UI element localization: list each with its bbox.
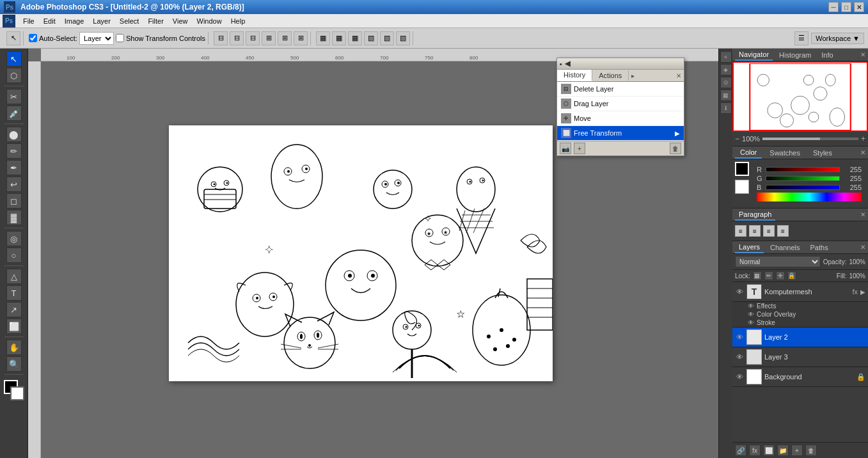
- fg-color-swatch[interactable]: [735, 162, 749, 176]
- blur-tool-btn[interactable]: ◎: [6, 231, 22, 246]
- tool-preset-btn[interactable]: ◈: [720, 64, 732, 75]
- close-button[interactable]: ✕: [854, 2, 864, 12]
- tab-histogram[interactable]: Histogram: [775, 50, 815, 60]
- tab-color[interactable]: Color: [735, 147, 762, 159]
- layer-item-layer2[interactable]: 👁 Layer 2: [732, 328, 868, 347]
- layer-link-btn[interactable]: 🔗: [735, 445, 746, 456]
- tab-info[interactable]: Info: [817, 50, 837, 60]
- align-middle-btn[interactable]: ⊞: [278, 31, 292, 45]
- dist-top-btn[interactable]: ▧: [364, 31, 378, 45]
- shape-tool-btn[interactable]: ⬜: [6, 319, 22, 334]
- zoom-in-btn[interactable]: +: [861, 134, 865, 143]
- clone-tool-btn[interactable]: ✒: [6, 160, 22, 175]
- tab-paragraph[interactable]: Paragraph: [735, 209, 775, 221]
- info-btn-side[interactable]: ℹ: [720, 102, 732, 114]
- dodge-tool-btn[interactable]: ○: [6, 248, 22, 263]
- layer-eye-layer2[interactable]: 👁: [735, 333, 744, 342]
- menu-select[interactable]: Select: [116, 16, 143, 26]
- effects-eye[interactable]: 👁: [748, 303, 754, 310]
- tab-channels[interactable]: Channels: [766, 242, 803, 253]
- layer-new-btn[interactable]: +: [791, 445, 803, 456]
- tab-history[interactable]: History: [557, 70, 592, 81]
- type-tool-btn[interactable]: T: [6, 285, 22, 301]
- bg-color-swatch[interactable]: [735, 180, 749, 194]
- dist-center-btn[interactable]: ▦: [332, 31, 346, 45]
- tab-navigator[interactable]: Navigator: [735, 49, 773, 61]
- auto-select-check[interactable]: Auto-Select:: [29, 34, 77, 42]
- transform-checkbox[interactable]: [116, 34, 124, 42]
- workspace-icon-btn[interactable]: ☰: [794, 31, 809, 45]
- menu-edit[interactable]: Edit: [40, 16, 59, 26]
- lock-all-btn[interactable]: 🔒: [787, 271, 796, 280]
- paragraph-close[interactable]: ✕: [860, 211, 865, 218]
- g-slider[interactable]: [766, 176, 840, 181]
- history-item-drag-layer[interactable]: ⬡ Drag Layer: [557, 97, 684, 111]
- history-panel-arrow[interactable]: ◀: [565, 59, 570, 68]
- align-right-text-btn[interactable]: ≡: [763, 225, 775, 237]
- lock-move-btn[interactable]: ✛: [776, 271, 785, 280]
- history-new-doc-btn[interactable]: +: [574, 143, 585, 154]
- lock-brush-btn[interactable]: ✏: [764, 271, 773, 280]
- menu-image[interactable]: Image: [61, 16, 88, 26]
- menu-layer[interactable]: Layer: [89, 16, 114, 26]
- history-close-btn[interactable]: ✕: [674, 72, 684, 79]
- menu-file[interactable]: File: [19, 16, 38, 26]
- layer-mask-btn[interactable]: ⬜: [763, 445, 775, 456]
- color-spectrum-bar[interactable]: [757, 193, 862, 201]
- align-right-btn[interactable]: ⊟: [246, 31, 260, 45]
- navigator-panel-close[interactable]: ✕: [860, 51, 865, 58]
- history-item-delete-layer[interactable]: ⊟ Delete Layer: [557, 82, 684, 97]
- history-item-free-transform[interactable]: ⬜ Free Transform ▶: [557, 126, 684, 141]
- history-expand-btn[interactable]: ▸: [629, 72, 637, 79]
- move-tool-btn[interactable]: ↖: [6, 31, 20, 45]
- background-color[interactable]: [10, 386, 24, 400]
- document-canvas[interactable]: ✦ ✦ ★: [169, 125, 553, 381]
- layer-options-btn[interactable]: ▶: [860, 288, 865, 296]
- r-slider[interactable]: [766, 167, 840, 172]
- align-bottom-btn[interactable]: ⊞: [294, 31, 308, 45]
- dist-middle-btn[interactable]: ▧: [380, 31, 394, 45]
- heal-tool-btn[interactable]: ⬤: [6, 127, 22, 142]
- tab-paths[interactable]: Paths: [807, 242, 832, 253]
- justify-text-btn[interactable]: ≡: [777, 225, 789, 237]
- tab-styles[interactable]: Styles: [808, 148, 837, 158]
- layers-panel-close[interactable]: ✕: [860, 244, 865, 251]
- pen-tool-btn[interactable]: △: [6, 269, 22, 284]
- layer-fx-btn[interactable]: fx: [749, 445, 761, 456]
- crop-tool-btn[interactable]: ✂: [6, 89, 22, 104]
- align-center-text-btn[interactable]: ≡: [749, 225, 761, 237]
- layer-group-btn[interactable]: 📁: [777, 445, 789, 456]
- menu-window[interactable]: Window: [193, 16, 226, 26]
- align-center-btn[interactable]: ⊟: [230, 31, 244, 45]
- layer-comps-btn[interactable]: ▦: [720, 90, 732, 101]
- hand-tool-btn[interactable]: ✋: [6, 340, 22, 355]
- layer-select[interactable]: Layer: [79, 32, 114, 45]
- blend-mode-select[interactable]: Normal: [735, 256, 821, 267]
- align-left-text-btn[interactable]: ≡: [735, 225, 746, 237]
- layer-eye-background[interactable]: 👁: [735, 372, 744, 381]
- b-slider[interactable]: [766, 185, 840, 190]
- path-tool-btn[interactable]: ↗: [6, 302, 22, 317]
- layer-eye-komputermesh[interactable]: 👁: [735, 287, 744, 296]
- layer-eye-layer3[interactable]: 👁: [735, 352, 744, 361]
- color-panel-close[interactable]: ✕: [860, 149, 865, 156]
- menu-filter[interactable]: Filter: [144, 16, 167, 26]
- gradient-tool-btn[interactable]: ▓: [6, 210, 22, 225]
- select-tool-btn[interactable]: ↖: [6, 51, 22, 67]
- zoom-slider[interactable]: [762, 138, 858, 140]
- history-delete-btn[interactable]: 🗑: [670, 143, 681, 154]
- layer-item-background[interactable]: 👁 Background 🔒: [732, 367, 868, 387]
- layer-fx-komputermesh[interactable]: fx: [852, 288, 858, 296]
- lock-pixel-btn[interactable]: ▦: [753, 271, 762, 280]
- menu-help[interactable]: Help: [227, 16, 249, 26]
- zoom-value[interactable]: 100%: [742, 135, 760, 143]
- dist-right-btn[interactable]: ▦: [348, 31, 362, 45]
- dist-left-btn[interactable]: ▦: [316, 31, 330, 45]
- align-left-btn[interactable]: ⊟: [214, 31, 228, 45]
- lasso-tool-btn[interactable]: ⬡: [6, 68, 22, 83]
- dist-bottom-btn[interactable]: ▧: [396, 31, 410, 45]
- transform-controls-check[interactable]: Show Transform Controls: [116, 34, 205, 42]
- align-top-btn[interactable]: ⊞: [262, 31, 276, 45]
- history-panel-titlebar[interactable]: ▪ ◀: [557, 58, 684, 70]
- zoom-tool-btn[interactable]: 🔍: [6, 356, 22, 372]
